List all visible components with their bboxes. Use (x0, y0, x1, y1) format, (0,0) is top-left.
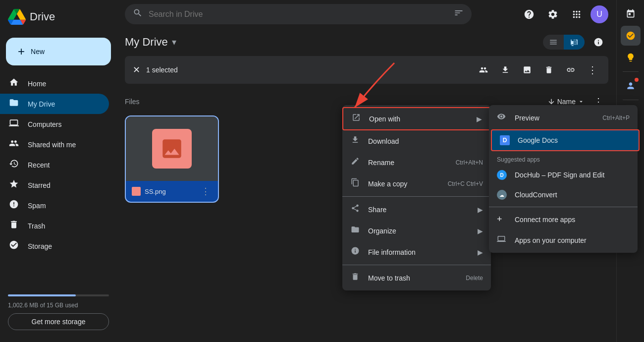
selection-bar: ✕ 1 selected ⋮ (125, 56, 608, 84)
right-panel-separator (623, 71, 639, 72)
submenu-google-docs[interactable]: D Google Docs (491, 129, 640, 151)
preview-icon (497, 112, 507, 123)
organize-icon (350, 225, 360, 236)
new-button[interactable]: + New (6, 38, 111, 65)
right-panel-contacts-button[interactable] (621, 76, 641, 96)
search-input[interactable] (149, 10, 448, 19)
sidebar-item-shared-label: Shared with me (28, 141, 76, 149)
drive-logo[interactable]: Drive (8, 8, 55, 26)
drive-title-text: My Drive (125, 36, 168, 49)
delete-selected-button[interactable] (539, 60, 559, 80)
share-arrow-icon: ▶ (478, 206, 483, 214)
grid-view-button[interactable] (564, 35, 585, 50)
copy-icon (350, 178, 360, 189)
list-view-button[interactable] (543, 35, 564, 50)
dochub-icon: D (497, 170, 507, 180)
sidebar-item-recent[interactable]: Recent (0, 155, 109, 175)
file-type-icon (132, 187, 141, 196)
avatar-letter: U (596, 10, 602, 19)
shared-icon (8, 138, 20, 151)
file-info-label: File information (368, 248, 470, 256)
share-selected-button[interactable] (474, 60, 493, 80)
sidebar-item-spam[interactable]: Spam (0, 195, 109, 216)
submenu-connect-more-apps[interactable]: + Connect more apps (489, 209, 638, 229)
download-selected-button[interactable] (495, 60, 515, 80)
dochub-label: DocHub – PDF Sign and Edit (515, 171, 604, 179)
search-icon (133, 8, 143, 20)
file-more-button[interactable]: ⋮ (199, 185, 212, 198)
submenu-dochub[interactable]: D DocHub – PDF Sign and Edit (489, 165, 638, 185)
sidebar-item-shared-with-me[interactable]: Shared with me (0, 134, 109, 155)
main-area: U My Drive ▾ (117, 0, 616, 342)
submenu-divider (489, 207, 638, 207)
context-menu-file-info[interactable]: File information ▶ (342, 241, 491, 263)
drive-toolbar-right (543, 32, 608, 52)
computers-icon (8, 118, 20, 130)
rename-shortcut: Ctrl+Alt+N (456, 159, 483, 166)
sidebar-item-trash-label: Trash (28, 222, 45, 230)
file-thumbnail (126, 116, 218, 181)
submenu-apps-on-computer[interactable]: Apps on your computer (489, 229, 638, 251)
link-selected-button[interactable] (561, 60, 581, 80)
new-plus-icon: + (18, 46, 25, 57)
trash-icon (8, 220, 20, 232)
topbar-right: U (519, 4, 608, 24)
sidebar-item-starred[interactable]: Starred (0, 175, 109, 195)
sort-button[interactable]: Name (547, 98, 585, 106)
drive-logo-text: Drive (30, 10, 55, 23)
context-menu-share[interactable]: Share ▶ (342, 199, 491, 220)
apps-button[interactable] (567, 4, 587, 24)
sidebar-item-recent-label: Recent (28, 161, 50, 169)
deselect-button[interactable]: ✕ (131, 62, 142, 77)
sidebar-item-my-drive[interactable]: My Drive (0, 94, 109, 114)
file-item-ss-png[interactable]: SS.png ⋮ (125, 115, 219, 203)
sidebar-item-home-label: Home (28, 80, 46, 88)
help-button[interactable] (519, 4, 539, 24)
topbar: U (117, 0, 616, 28)
context-menu-make-copy[interactable]: Make a copy Ctrl+C Ctrl+V (342, 173, 491, 194)
settings-button[interactable] (543, 4, 563, 24)
my-drive-icon (8, 98, 20, 110)
sidebar-item-trash[interactable]: Trash (0, 216, 109, 236)
storage-section: 1,002.6 MB of 15 GB used Get more storag… (0, 286, 117, 338)
sidebar-item-computers-label: Computers (28, 120, 61, 128)
storage-icon (8, 240, 20, 252)
download-label: Download (368, 137, 483, 145)
files-section-title: Files (125, 98, 140, 106)
download-icon (350, 135, 360, 147)
drive-title-dropdown-icon[interactable]: ▾ (172, 37, 176, 48)
submenu-preview[interactable]: Preview Ctrl+Alt+P (489, 107, 638, 128)
get-more-storage-button[interactable]: Get more storage (8, 313, 109, 330)
sidebar-item-storage[interactable]: Storage (0, 236, 109, 256)
rename-icon (350, 157, 360, 168)
make-copy-shortcut: Ctrl+C Ctrl+V (448, 180, 483, 187)
apps-on-computer-label: Apps on your computer (515, 236, 587, 244)
sidebar-item-my-drive-label: My Drive (28, 100, 55, 108)
preview-label: Preview (515, 114, 539, 122)
context-menu-move-trash[interactable]: Move to trash Delete (342, 267, 491, 288)
search-options-icon[interactable] (454, 8, 464, 20)
context-menu-rename[interactable]: Rename Ctrl+Alt+N (342, 152, 491, 173)
sidebar-item-computers[interactable]: Computers (0, 114, 109, 134)
file-name-text: SS.png (145, 188, 166, 195)
right-panel-keep-button[interactable] (621, 48, 641, 67)
sidebar-item-home[interactable]: Home (0, 73, 109, 94)
new-button-label: New (31, 48, 45, 56)
suggested-apps-label: Suggested apps (489, 152, 638, 165)
right-panel-calendar-button[interactable] (621, 4, 641, 24)
drive-info-button[interactable] (589, 32, 608, 52)
context-menu-open-with[interactable]: Open with ▶ (342, 107, 491, 130)
right-panel-tasks-button[interactable] (621, 26, 641, 46)
more-selected-button[interactable]: ⋮ (583, 60, 602, 80)
cloudconvert-label: CloudConvert (515, 191, 557, 199)
organize-arrow-icon: ▶ (478, 227, 483, 235)
submenu-cloudconvert[interactable]: ☁ CloudConvert (489, 185, 638, 205)
logo-area: Drive (0, 4, 117, 34)
context-menu-organize[interactable]: Organize ▶ (342, 220, 491, 241)
move-trash-icon (350, 272, 360, 284)
submenu-open-with: Preview Ctrl+Alt+P D Google Docs Suggest… (489, 105, 638, 253)
avatar[interactable]: U (590, 5, 608, 23)
context-menu-download[interactable]: Download (342, 130, 491, 152)
preview-shortcut: Ctrl+Alt+P (602, 114, 630, 121)
preview-selected-button[interactable] (517, 60, 537, 80)
